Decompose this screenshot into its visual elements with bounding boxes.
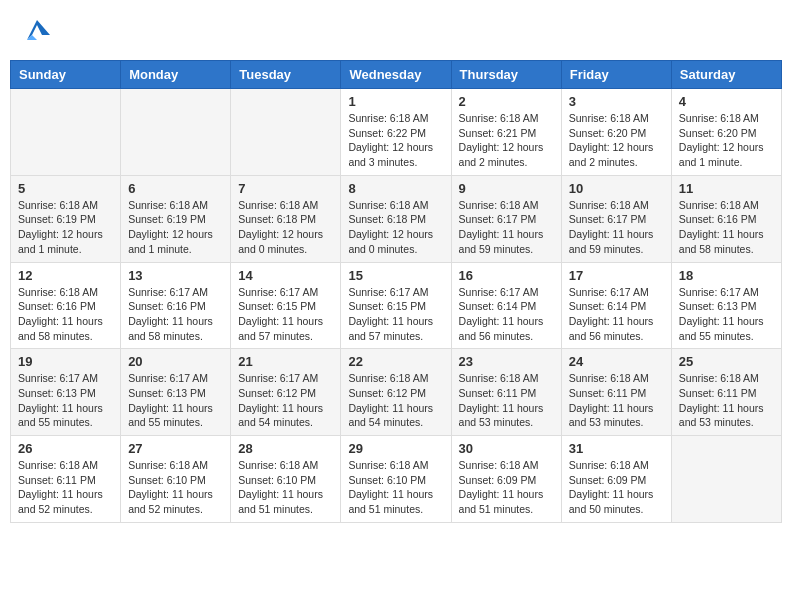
calendar-cell: 27Sunrise: 6:18 AM Sunset: 6:10 PM Dayli…	[121, 436, 231, 523]
day-number: 1	[348, 94, 443, 109]
logo-icon	[22, 15, 52, 45]
calendar-cell: 19Sunrise: 6:17 AM Sunset: 6:13 PM Dayli…	[11, 349, 121, 436]
cell-info: Sunrise: 6:17 AM Sunset: 6:14 PM Dayligh…	[459, 285, 554, 344]
cell-info: Sunrise: 6:18 AM Sunset: 6:11 PM Dayligh…	[18, 458, 113, 517]
cell-info: Sunrise: 6:18 AM Sunset: 6:19 PM Dayligh…	[128, 198, 223, 257]
day-number: 15	[348, 268, 443, 283]
day-number: 19	[18, 354, 113, 369]
cell-info: Sunrise: 6:18 AM Sunset: 6:19 PM Dayligh…	[18, 198, 113, 257]
cell-info: Sunrise: 6:18 AM Sunset: 6:22 PM Dayligh…	[348, 111, 443, 170]
day-number: 11	[679, 181, 774, 196]
calendar-cell: 11Sunrise: 6:18 AM Sunset: 6:16 PM Dayli…	[671, 175, 781, 262]
calendar-cell: 16Sunrise: 6:17 AM Sunset: 6:14 PM Dayli…	[451, 262, 561, 349]
weekday-header-tuesday: Tuesday	[231, 61, 341, 89]
cell-info: Sunrise: 6:17 AM Sunset: 6:14 PM Dayligh…	[569, 285, 664, 344]
day-number: 21	[238, 354, 333, 369]
calendar-cell: 3Sunrise: 6:18 AM Sunset: 6:20 PM Daylig…	[561, 89, 671, 176]
calendar-cell: 28Sunrise: 6:18 AM Sunset: 6:10 PM Dayli…	[231, 436, 341, 523]
day-number: 13	[128, 268, 223, 283]
calendar-cell	[231, 89, 341, 176]
weekday-header-friday: Friday	[561, 61, 671, 89]
calendar-cell: 18Sunrise: 6:17 AM Sunset: 6:13 PM Dayli…	[671, 262, 781, 349]
calendar-cell	[11, 89, 121, 176]
calendar-cell: 29Sunrise: 6:18 AM Sunset: 6:10 PM Dayli…	[341, 436, 451, 523]
cell-info: Sunrise: 6:18 AM Sunset: 6:10 PM Dayligh…	[348, 458, 443, 517]
cell-info: Sunrise: 6:17 AM Sunset: 6:13 PM Dayligh…	[128, 371, 223, 430]
calendar-cell: 8Sunrise: 6:18 AM Sunset: 6:18 PM Daylig…	[341, 175, 451, 262]
day-number: 18	[679, 268, 774, 283]
cell-info: Sunrise: 6:18 AM Sunset: 6:11 PM Dayligh…	[679, 371, 774, 430]
weekday-header-thursday: Thursday	[451, 61, 561, 89]
day-number: 20	[128, 354, 223, 369]
cell-info: Sunrise: 6:17 AM Sunset: 6:16 PM Dayligh…	[128, 285, 223, 344]
day-number: 4	[679, 94, 774, 109]
day-number: 17	[569, 268, 664, 283]
calendar-cell: 30Sunrise: 6:18 AM Sunset: 6:09 PM Dayli…	[451, 436, 561, 523]
calendar-cell: 26Sunrise: 6:18 AM Sunset: 6:11 PM Dayli…	[11, 436, 121, 523]
cell-info: Sunrise: 6:18 AM Sunset: 6:11 PM Dayligh…	[459, 371, 554, 430]
day-number: 8	[348, 181, 443, 196]
cell-info: Sunrise: 6:18 AM Sunset: 6:17 PM Dayligh…	[459, 198, 554, 257]
calendar-cell: 2Sunrise: 6:18 AM Sunset: 6:21 PM Daylig…	[451, 89, 561, 176]
cell-info: Sunrise: 6:17 AM Sunset: 6:12 PM Dayligh…	[238, 371, 333, 430]
calendar-cell: 17Sunrise: 6:17 AM Sunset: 6:14 PM Dayli…	[561, 262, 671, 349]
cell-info: Sunrise: 6:18 AM Sunset: 6:09 PM Dayligh…	[569, 458, 664, 517]
calendar-cell: 13Sunrise: 6:17 AM Sunset: 6:16 PM Dayli…	[121, 262, 231, 349]
calendar-cell: 6Sunrise: 6:18 AM Sunset: 6:19 PM Daylig…	[121, 175, 231, 262]
weekday-header-monday: Monday	[121, 61, 231, 89]
day-number: 25	[679, 354, 774, 369]
day-number: 31	[569, 441, 664, 456]
day-number: 2	[459, 94, 554, 109]
cell-info: Sunrise: 6:18 AM Sunset: 6:20 PM Dayligh…	[679, 111, 774, 170]
calendar-cell: 14Sunrise: 6:17 AM Sunset: 6:15 PM Dayli…	[231, 262, 341, 349]
weekday-header-sunday: Sunday	[11, 61, 121, 89]
day-number: 22	[348, 354, 443, 369]
weekday-header-saturday: Saturday	[671, 61, 781, 89]
day-number: 26	[18, 441, 113, 456]
cell-info: Sunrise: 6:17 AM Sunset: 6:13 PM Dayligh…	[679, 285, 774, 344]
calendar-cell: 31Sunrise: 6:18 AM Sunset: 6:09 PM Dayli…	[561, 436, 671, 523]
calendar-cell: 22Sunrise: 6:18 AM Sunset: 6:12 PM Dayli…	[341, 349, 451, 436]
cell-info: Sunrise: 6:17 AM Sunset: 6:15 PM Dayligh…	[348, 285, 443, 344]
calendar-cell: 7Sunrise: 6:18 AM Sunset: 6:18 PM Daylig…	[231, 175, 341, 262]
calendar-cell: 21Sunrise: 6:17 AM Sunset: 6:12 PM Dayli…	[231, 349, 341, 436]
day-number: 9	[459, 181, 554, 196]
calendar-cell	[671, 436, 781, 523]
cell-info: Sunrise: 6:18 AM Sunset: 6:12 PM Dayligh…	[348, 371, 443, 430]
day-number: 30	[459, 441, 554, 456]
day-number: 7	[238, 181, 333, 196]
cell-info: Sunrise: 6:18 AM Sunset: 6:21 PM Dayligh…	[459, 111, 554, 170]
calendar-cell: 9Sunrise: 6:18 AM Sunset: 6:17 PM Daylig…	[451, 175, 561, 262]
day-number: 24	[569, 354, 664, 369]
cell-info: Sunrise: 6:17 AM Sunset: 6:13 PM Dayligh…	[18, 371, 113, 430]
week-row-3: 12Sunrise: 6:18 AM Sunset: 6:16 PM Dayli…	[11, 262, 782, 349]
calendar-cell: 4Sunrise: 6:18 AM Sunset: 6:20 PM Daylig…	[671, 89, 781, 176]
cell-info: Sunrise: 6:18 AM Sunset: 6:11 PM Dayligh…	[569, 371, 664, 430]
weekday-header-row: SundayMondayTuesdayWednesdayThursdayFrid…	[11, 61, 782, 89]
day-number: 5	[18, 181, 113, 196]
day-number: 6	[128, 181, 223, 196]
cell-info: Sunrise: 6:18 AM Sunset: 6:10 PM Dayligh…	[238, 458, 333, 517]
calendar-cell	[121, 89, 231, 176]
day-number: 28	[238, 441, 333, 456]
cell-info: Sunrise: 6:18 AM Sunset: 6:18 PM Dayligh…	[238, 198, 333, 257]
calendar-cell: 12Sunrise: 6:18 AM Sunset: 6:16 PM Dayli…	[11, 262, 121, 349]
calendar: SundayMondayTuesdayWednesdayThursdayFrid…	[10, 60, 782, 523]
cell-info: Sunrise: 6:18 AM Sunset: 6:10 PM Dayligh…	[128, 458, 223, 517]
day-number: 14	[238, 268, 333, 283]
logo	[20, 15, 52, 45]
calendar-cell: 24Sunrise: 6:18 AM Sunset: 6:11 PM Dayli…	[561, 349, 671, 436]
day-number: 23	[459, 354, 554, 369]
week-row-2: 5Sunrise: 6:18 AM Sunset: 6:19 PM Daylig…	[11, 175, 782, 262]
cell-info: Sunrise: 6:18 AM Sunset: 6:09 PM Dayligh…	[459, 458, 554, 517]
calendar-cell: 1Sunrise: 6:18 AM Sunset: 6:22 PM Daylig…	[341, 89, 451, 176]
week-row-1: 1Sunrise: 6:18 AM Sunset: 6:22 PM Daylig…	[11, 89, 782, 176]
calendar-cell: 23Sunrise: 6:18 AM Sunset: 6:11 PM Dayli…	[451, 349, 561, 436]
cell-info: Sunrise: 6:18 AM Sunset: 6:20 PM Dayligh…	[569, 111, 664, 170]
cell-info: Sunrise: 6:17 AM Sunset: 6:15 PM Dayligh…	[238, 285, 333, 344]
day-number: 29	[348, 441, 443, 456]
day-number: 10	[569, 181, 664, 196]
header	[10, 10, 782, 50]
calendar-cell: 15Sunrise: 6:17 AM Sunset: 6:15 PM Dayli…	[341, 262, 451, 349]
day-number: 27	[128, 441, 223, 456]
